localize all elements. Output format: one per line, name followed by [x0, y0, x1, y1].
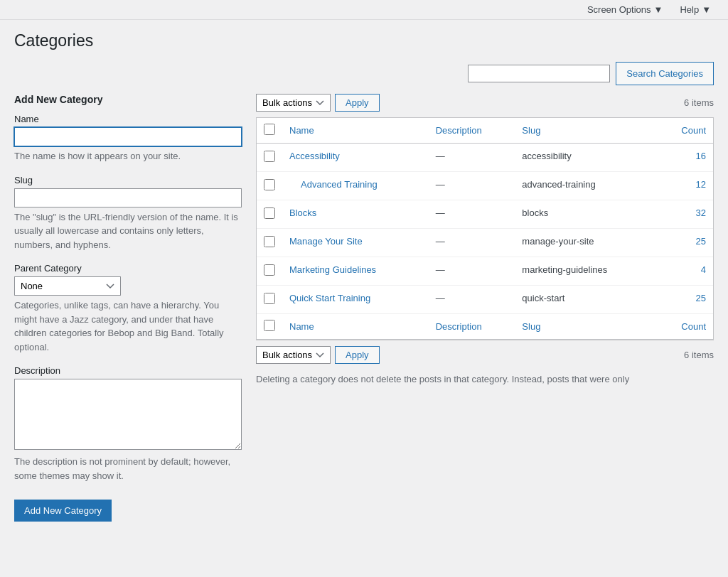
row-checkbox-cell	[257, 172, 282, 200]
help-button[interactable]: Help ▼	[674, 3, 717, 16]
description-textarea[interactable]	[14, 379, 242, 450]
apply-button-bottom[interactable]: Apply	[335, 346, 380, 364]
count-link[interactable]: 32	[696, 207, 706, 218]
table-row: Quick Start Training Edit | Quick Edit |…	[257, 286, 713, 314]
count-link[interactable]: 16	[696, 151, 706, 161]
row-name-cell: Quick Start Training Edit | Quick Edit |…	[282, 286, 429, 314]
table-row: Accessibility Edit | Quick Edit | Delete…	[257, 144, 713, 172]
table-header-row: Name Description Slug Count	[257, 118, 713, 144]
description-label: Description	[14, 365, 242, 376]
category-name-link[interactable]: Manage Your Site	[289, 236, 363, 247]
row-name-cell: Blocks Edit | Quick Edit | Delete | View	[282, 200, 429, 229]
col-footer-description[interactable]: Description	[429, 314, 515, 340]
row-description-cell: —	[429, 144, 515, 172]
row-slug-cell: quick-start	[515, 286, 657, 314]
category-name-link[interactable]: Advanced Training	[301, 179, 378, 190]
category-name-link[interactable]: Quick Start Training	[289, 293, 370, 303]
slug-label: Slug	[14, 175, 242, 185]
count-link[interactable]: 4	[701, 264, 706, 275]
name-field-group: Name The name is how it appears on your …	[14, 114, 242, 163]
name-label: Name	[14, 114, 242, 124]
name-hint: The name is how it appears on your site.	[14, 149, 242, 163]
row-slug-cell: manage-your-site	[515, 229, 657, 257]
select-all-checkbox-footer[interactable]	[264, 320, 275, 331]
row-name-cell: Advanced Training Edit | Quick Edit | De…	[282, 172, 429, 200]
footer-note: Deleting a category does not delete the …	[256, 372, 714, 387]
items-count-top: 6 items	[684, 97, 714, 108]
row-slug-cell: marketing-guidelines	[515, 257, 657, 286]
bulk-left-bottom: Bulk actions Delete Apply	[256, 346, 380, 364]
name-input[interactable]	[14, 127, 242, 146]
sidebar: Add New Category Name The name is how it…	[14, 94, 242, 522]
category-name-link[interactable]: Marketing Guidelines	[289, 264, 376, 275]
row-checkbox[interactable]	[264, 293, 275, 304]
row-name-cell: Manage Your Site Edit | Quick Edit | Del…	[282, 229, 429, 257]
slug-input[interactable]	[14, 188, 242, 207]
table-footer-row: Name Description Slug Count	[257, 314, 713, 340]
row-count-cell: 16	[658, 144, 713, 172]
row-checkbox[interactable]	[264, 151, 275, 162]
col-header-name[interactable]: Name	[282, 118, 429, 144]
row-checkbox[interactable]	[264, 207, 275, 219]
parent-field-group: Parent Category None Categories, unlike …	[14, 263, 242, 354]
items-count-bottom: 6 items	[684, 350, 714, 360]
add-new-category-button[interactable]: Add New Category	[14, 500, 112, 522]
bulk-actions-select-bottom[interactable]: Bulk actions Delete	[256, 346, 331, 364]
row-count-cell: 12	[658, 172, 713, 200]
col-header-slug[interactable]: Slug	[515, 118, 657, 144]
apply-button-top[interactable]: Apply	[335, 94, 380, 112]
screen-options-label: Screen Options	[587, 4, 651, 15]
description-field-group: Description The description is not promi…	[14, 365, 242, 482]
row-count-cell: 32	[658, 200, 713, 229]
description-hint: The description is not prominent by defa…	[14, 455, 242, 482]
categories-table-wrapper: Name Description Slug Count Accessibilit…	[256, 117, 714, 340]
help-label: Help	[680, 4, 699, 15]
slug-hint: The "slug" is the URL-friendly version o…	[14, 210, 242, 252]
row-checkbox[interactable]	[264, 236, 275, 247]
row-name-cell: Accessibility Edit | Quick Edit | Delete…	[282, 144, 429, 172]
category-name-link[interactable]: Blocks	[289, 207, 316, 218]
search-input[interactable]	[468, 65, 610, 82]
row-slug-cell: advanced-training	[515, 172, 657, 200]
search-categories-button[interactable]: Search Categories	[616, 62, 714, 85]
col-footer-count[interactable]: Count	[658, 314, 713, 340]
page-container: Categories Search Categories Add New Cat…	[0, 20, 728, 533]
parent-hint: Categories, unlike tags, can have a hier…	[14, 298, 242, 354]
screen-options-icon: ▼	[654, 4, 663, 15]
row-description-cell: —	[429, 200, 515, 229]
row-checkbox-cell	[257, 144, 282, 172]
parent-label: Parent Category	[14, 263, 242, 274]
parent-select[interactable]: None	[14, 276, 121, 296]
bulk-actions-top: Bulk actions Delete Apply 6 items	[256, 94, 714, 112]
col-footer-slug[interactable]: Slug	[515, 314, 657, 340]
row-checkbox[interactable]	[264, 179, 275, 190]
row-description-cell: —	[429, 172, 515, 200]
content-area: Bulk actions Delete Apply 6 items	[256, 94, 714, 387]
help-icon: ▼	[702, 4, 711, 15]
row-description-cell: —	[429, 257, 515, 286]
top-bar: Screen Options ▼ Help ▼	[0, 0, 728, 20]
row-checkbox-cell	[257, 229, 282, 257]
select-all-header	[257, 118, 282, 144]
bulk-actions-select-top[interactable]: Bulk actions Delete	[256, 94, 331, 112]
select-all-checkbox[interactable]	[264, 124, 275, 135]
count-link[interactable]: 25	[696, 293, 706, 303]
row-checkbox-cell	[257, 200, 282, 229]
row-name-cell: Marketing Guidelines Edit | Quick Edit |…	[282, 257, 429, 286]
count-link[interactable]: 25	[696, 236, 706, 247]
count-link[interactable]: 12	[696, 179, 706, 190]
row-checkbox-cell	[257, 257, 282, 286]
row-checkbox[interactable]	[264, 264, 275, 276]
col-header-count[interactable]: Count	[658, 118, 713, 144]
col-footer-name[interactable]: Name	[282, 314, 429, 340]
category-name-link[interactable]: Accessibility	[289, 151, 340, 161]
row-slug-cell: accessibility	[515, 144, 657, 172]
col-header-description[interactable]: Description	[429, 118, 515, 144]
page-title: Categories	[14, 31, 714, 50]
table-row: Manage Your Site Edit | Quick Edit | Del…	[257, 229, 713, 257]
select-all-footer	[257, 314, 282, 340]
row-count-cell: 4	[658, 257, 713, 286]
bulk-left-top: Bulk actions Delete Apply	[256, 94, 380, 112]
screen-options-button[interactable]: Screen Options ▼	[582, 3, 668, 16]
row-description-cell: —	[429, 229, 515, 257]
